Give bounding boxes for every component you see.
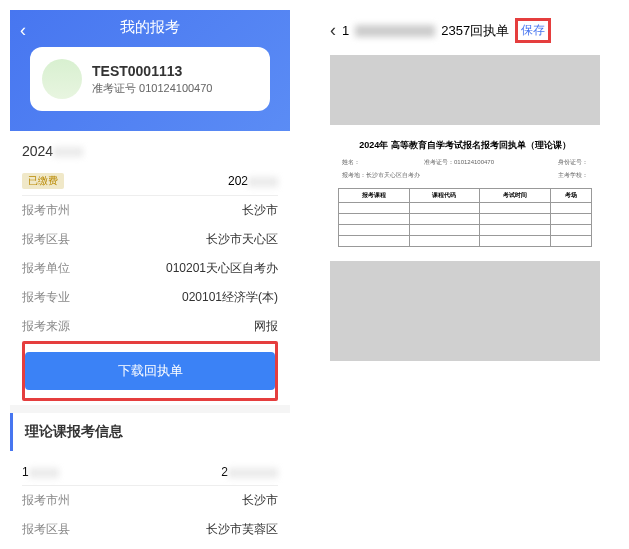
back-icon[interactable]: ‹ — [20, 20, 26, 41]
table-row — [339, 225, 592, 236]
gray-placeholder-bottom — [330, 261, 600, 361]
exam-info-section-2: 1 2 报考市州长沙市 报考区县长沙市芙蓉区 报考单位010102长沙市芙蓉区 … — [10, 451, 290, 549]
table-header-row: 报考课程 课程代码 考试时间 考场 — [339, 189, 592, 203]
doc-meta-row-2: 报考地：长沙市天心区自考办 主考学校： — [338, 169, 592, 182]
table-row — [339, 236, 592, 247]
field-city: 报考市州长沙市 — [22, 196, 278, 225]
back-icon[interactable]: ‹ — [330, 20, 336, 41]
doc-title: 2024年 高等教育自学考试报名报考回执单（理论课） — [338, 139, 592, 152]
ticket-number: 准考证号 010124100470 — [92, 81, 212, 96]
receipt-table: 报考课程 课程代码 考试时间 考场 — [338, 188, 592, 247]
field-major: 报考专业020101经济学(本) — [22, 283, 278, 312]
field2-unit: 报考单位010102长沙市芙蓉区 — [22, 544, 278, 549]
table-row — [339, 214, 592, 225]
status-date: 202 — [228, 174, 278, 188]
table-row — [339, 203, 592, 214]
receipt-document: 2024年 高等教育自学考试报名报考回执单（理论课） 姓名： 准考证号：0101… — [330, 129, 600, 257]
section2-header-row: 1 2 — [22, 459, 278, 486]
header-suffix: 2357回执单 — [441, 22, 509, 40]
avatar — [42, 59, 82, 99]
phone-screenshot-left: ‹ 我的报考 TEST0001113 准考证号 010124100470 202… — [10, 10, 290, 549]
section-title-theory: 理论课报考信息 — [10, 413, 290, 451]
download-receipt-button[interactable]: 下载回执单 — [25, 352, 275, 390]
section2-num-right: 2 — [221, 465, 278, 479]
status-row: 已缴费 202 — [22, 167, 278, 196]
blurred-title — [355, 25, 435, 37]
field-unit: 报考单位010201天心区自考办 — [22, 254, 278, 283]
field-source: 报考来源网报 — [22, 312, 278, 341]
exam-info-section-1: 2024 已缴费 202 报考市州长沙市 报考区县长沙市天心区 报考单位0102… — [10, 131, 290, 405]
field2-city: 报考市州长沙市 — [22, 486, 278, 515]
section2-num-left: 1 — [22, 465, 59, 479]
phone-screenshot-right: ‹ 1 2357回执单 保存 2024年 高等教育自学考试报名报考回执单（理论课… — [320, 10, 610, 549]
paid-badge: 已缴费 — [22, 173, 64, 189]
app-header: ‹ 我的报考 TEST0001113 准考证号 010124100470 — [10, 10, 290, 131]
year-label: 2024 — [22, 139, 278, 167]
save-button[interactable]: 保存 — [515, 18, 551, 43]
right-header: ‹ 1 2357回执单 保存 — [320, 10, 610, 51]
doc-meta-row-1: 姓名： 准考证号：010124100470 身份证号： — [338, 156, 592, 169]
highlight-box: 下载回执单 — [22, 341, 278, 401]
user-id: TEST0001113 — [92, 63, 212, 79]
user-card: TEST0001113 准考证号 010124100470 — [30, 47, 270, 111]
page-title: 我的报考 — [20, 18, 280, 37]
field-district: 报考区县长沙市天心区 — [22, 225, 278, 254]
gray-placeholder-top — [330, 55, 600, 125]
header-number-prefix: 1 — [342, 23, 349, 38]
field2-district: 报考区县长沙市芙蓉区 — [22, 515, 278, 544]
